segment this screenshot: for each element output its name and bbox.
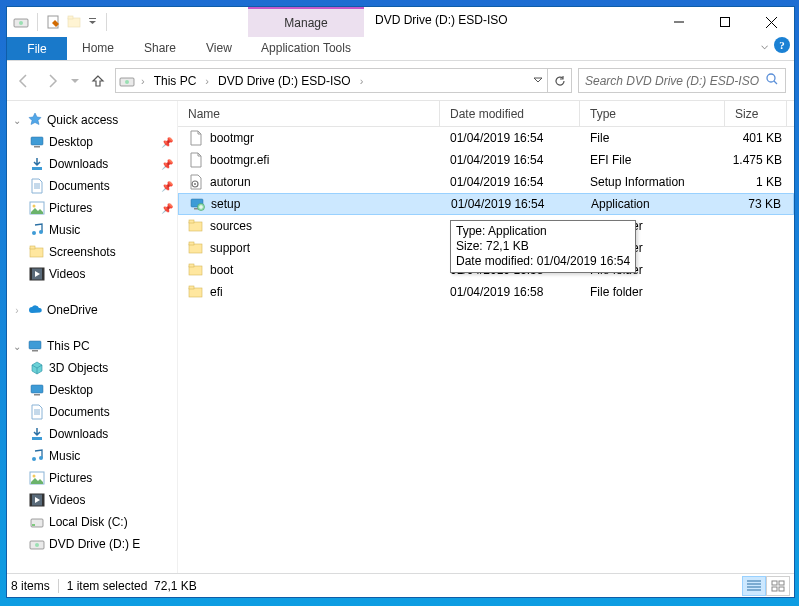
- ribbon: File Home Share View Application Tools ⌵…: [7, 37, 794, 61]
- pictures-icon: [29, 470, 45, 486]
- sidebar-item[interactable]: Desktop📌: [7, 131, 177, 153]
- sidebar-item-this-pc[interactable]: ⌄ This PC: [7, 335, 177, 357]
- sidebar-item[interactable]: Desktop: [7, 379, 177, 401]
- music-icon: [29, 448, 45, 464]
- sidebar-item-label: Downloads: [49, 157, 108, 171]
- app-tools-tab[interactable]: Application Tools: [248, 37, 364, 59]
- breadcrumb-thispc[interactable]: This PC: [151, 74, 200, 88]
- documents-icon: [29, 404, 45, 420]
- recent-button[interactable]: [69, 70, 81, 92]
- svg-rect-6: [721, 18, 730, 27]
- svg-point-9: [767, 74, 775, 82]
- manage-context-tab[interactable]: Manage: [248, 7, 364, 37]
- breadcrumb-dropdown[interactable]: [527, 74, 543, 88]
- minimize-button[interactable]: [656, 7, 702, 37]
- tooltip-line: Date modified: 01/04/2019 16:54: [456, 254, 630, 269]
- ribbon-right: ⌵ ?: [761, 37, 790, 53]
- svg-point-16: [39, 230, 43, 234]
- search-input[interactable]: Search DVD Drive (D:) ESD-ISO: [578, 68, 786, 93]
- sidebar-item[interactable]: Downloads: [7, 423, 177, 445]
- column-date[interactable]: Date modified: [440, 101, 580, 126]
- sidebar-item[interactable]: Documents📌: [7, 175, 177, 197]
- svg-rect-48: [189, 264, 194, 267]
- sidebar-item-label: Documents: [49, 179, 110, 193]
- svg-rect-53: [772, 587, 777, 591]
- back-button[interactable]: [13, 70, 35, 92]
- sidebar-item-label: Screenshots: [49, 245, 116, 259]
- svg-point-8: [125, 80, 129, 84]
- table-row[interactable]: efi01/04/2019 16:58File folder: [178, 281, 794, 303]
- chevron-right-icon[interactable]: ›: [202, 75, 212, 87]
- sidebar-item[interactable]: Music: [7, 445, 177, 467]
- sidebar-item[interactable]: DVD Drive (D:) E: [7, 533, 177, 555]
- chevron-right-icon[interactable]: ›: [357, 75, 367, 87]
- sidebar-item-quick-access[interactable]: ⌄ Quick access: [7, 109, 177, 131]
- file-date: 01/04/2019 16:54: [440, 131, 580, 145]
- expand-ribbon-icon[interactable]: ⌵: [761, 38, 768, 52]
- search-placeholder: Search DVD Drive (D:) ESD-ISO: [585, 74, 759, 88]
- large-icons-view-button[interactable]: [766, 576, 790, 596]
- desktop-icon: [29, 382, 45, 398]
- view-tab[interactable]: View: [191, 37, 247, 60]
- home-tab[interactable]: Home: [67, 37, 129, 60]
- refresh-button[interactable]: [548, 68, 572, 93]
- breadcrumb-location[interactable]: DVD Drive (D:) ESD-ISO: [215, 74, 354, 88]
- search-icon[interactable]: [765, 72, 779, 89]
- sidebar-item[interactable]: Music: [7, 219, 177, 241]
- column-size[interactable]: Size: [725, 101, 787, 126]
- sidebar-item[interactable]: Pictures: [7, 467, 177, 489]
- sidebar-item[interactable]: Downloads📌: [7, 153, 177, 175]
- pin-icon: 📌: [161, 137, 173, 148]
- body: ⌄ Quick access Desktop📌Downloads📌Documen…: [7, 101, 794, 573]
- column-type[interactable]: Type: [580, 101, 725, 126]
- file-name: autorun: [210, 175, 251, 189]
- sidebar-item[interactable]: Screenshots: [7, 241, 177, 263]
- sidebar-item[interactable]: Local Disk (C:): [7, 511, 177, 533]
- address-bar-row: › This PC › DVD Drive (D:) ESD-ISO › Sea…: [7, 61, 794, 101]
- maximize-button[interactable]: [702, 7, 748, 37]
- sidebar-item-label: Pictures: [49, 471, 92, 485]
- chevron-down-icon[interactable]: ⌄: [11, 115, 23, 126]
- svg-rect-18: [30, 246, 35, 249]
- svg-rect-45: [189, 244, 202, 253]
- status-item-count: 8 items: [11, 579, 50, 593]
- navigation-pane[interactable]: ⌄ Quick access Desktop📌Downloads📌Documen…: [7, 101, 178, 573]
- close-button[interactable]: [748, 7, 794, 37]
- forward-button[interactable]: [41, 70, 63, 92]
- chevron-down-icon[interactable]: ⌄: [11, 341, 23, 352]
- file-icon: [188, 152, 204, 168]
- table-row[interactable]: autorun01/04/2019 16:54Setup Information…: [178, 171, 794, 193]
- qat-dropdown-icon[interactable]: [87, 13, 99, 31]
- sidebar-item[interactable]: Videos: [7, 489, 177, 511]
- svg-rect-46: [189, 242, 194, 245]
- file-list[interactable]: bootmgr01/04/2019 16:54File401 KBbootmgr…: [178, 127, 794, 573]
- details-view-button[interactable]: [742, 576, 766, 596]
- table-row[interactable]: bootmgr.efi01/04/2019 16:54EFI File1.475…: [178, 149, 794, 171]
- file-type: Application: [581, 197, 726, 211]
- sidebar-item[interactable]: Documents: [7, 401, 177, 423]
- folder-icon: [188, 240, 204, 256]
- file-tab[interactable]: File: [7, 37, 67, 60]
- table-row[interactable]: bootmgr01/04/2019 16:54File401 KB: [178, 127, 794, 149]
- help-icon[interactable]: ?: [774, 37, 790, 53]
- sidebar-item[interactable]: 3D Objects: [7, 357, 177, 379]
- chevron-right-icon[interactable]: ›: [138, 75, 148, 87]
- tooltip-line: Type: Application: [456, 224, 630, 239]
- svg-rect-50: [189, 286, 194, 289]
- sidebar-item[interactable]: Pictures📌: [7, 197, 177, 219]
- svg-rect-4: [68, 16, 73, 19]
- properties-icon[interactable]: [45, 13, 63, 31]
- file-size: 73 KB: [731, 197, 793, 211]
- window-controls: [656, 7, 794, 37]
- svg-rect-35: [32, 524, 35, 526]
- sidebar-item-label: Music: [49, 449, 80, 463]
- table-row[interactable]: setup01/04/2019 16:54Application73 KB: [178, 193, 794, 215]
- new-folder-icon[interactable]: [66, 13, 84, 31]
- up-button[interactable]: [87, 70, 109, 92]
- breadcrumb[interactable]: › This PC › DVD Drive (D:) ESD-ISO ›: [115, 68, 548, 93]
- chevron-right-icon[interactable]: ›: [11, 305, 23, 316]
- sidebar-item[interactable]: Videos: [7, 263, 177, 285]
- column-name[interactable]: Name: [178, 101, 440, 126]
- share-tab[interactable]: Share: [129, 37, 191, 60]
- sidebar-item-onedrive[interactable]: › OneDrive: [7, 299, 177, 321]
